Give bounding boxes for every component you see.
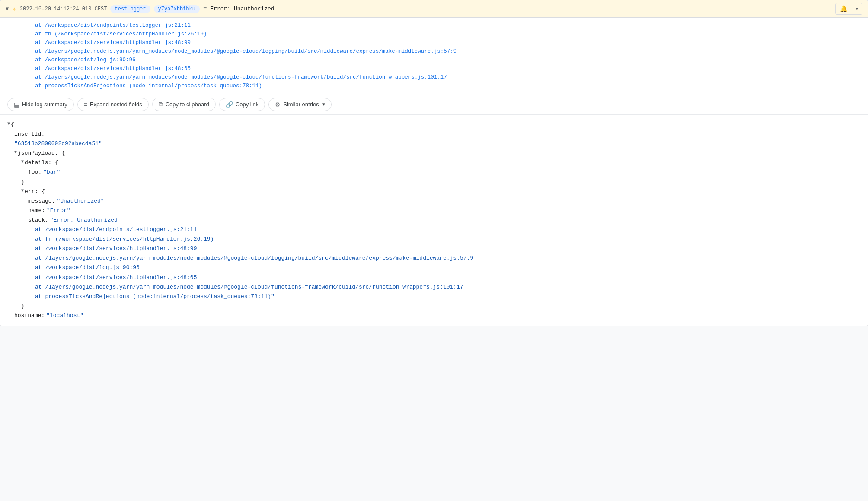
stack-at-line-4: at /layers/google.nodejs.yarn/yarn_modul… [35, 254, 861, 263]
err-close-brace: } [21, 301, 25, 311]
stack-line-5: at /workspace/dist/log.js:90:96 [35, 56, 861, 64]
stack-multiline-lines: at /workspace/dist/endpoints/testLogger.… [7, 225, 861, 301]
stack-line-6: at /workspace/dist/services/httpHandler.… [35, 64, 861, 73]
stack-trace-area: at /workspace/dist/endpoints/testLogger.… [0, 18, 868, 94]
details-toggle-icon[interactable]: ▼ [21, 158, 24, 165]
stack-at-line-1: at /workspace/dist/endpoints/testLogger.… [35, 225, 861, 235]
stack-line-8: at processTicksAndRejections (node:inter… [35, 82, 861, 90]
timestamp: 2022-10-20 14:12:24.010 CEST [20, 6, 107, 12]
hostname-value: "localhost" [46, 311, 83, 320]
similar-entries-icon: ⚙ [275, 101, 281, 108]
hostname-row: hostname: "localhost" [7, 311, 861, 320]
copy-clipboard-label: Copy to clipboard [166, 101, 209, 108]
similar-entries-button[interactable]: ⚙ Similar entries ▾ [268, 98, 331, 111]
bell-icon[interactable]: 🔔 [836, 3, 852, 14]
similar-entries-label: Similar entries [283, 101, 319, 108]
insert-id-value-row: "63513b2800002d92abecda51" [7, 139, 861, 149]
stack-value-first: "Error: Unauthorized [50, 216, 118, 225]
stack-at-line-8: at processTicksAndRejections (node:inter… [35, 292, 861, 301]
log-entry-header: ▼ ⚠ 2022-10-20 14:12:24.010 CEST testLog… [0, 0, 868, 18]
foo-value: "bar" [43, 168, 60, 177]
similar-entries-chevron-icon: ▾ [322, 101, 325, 107]
error-message: Error: Unauthorized [210, 6, 831, 12]
root-open: ▼ { [7, 120, 861, 130]
json-tree: ▼ { insertId: "63513b2800002d92abecda51"… [0, 115, 868, 326]
name-value: "Error" [47, 206, 70, 216]
stack-at-line-2: at fn (/workspace/dist/services/httpHand… [35, 235, 861, 244]
stack-at-line-6: at /workspace/dist/services/httpHandler.… [35, 273, 861, 282]
test-logger-tag[interactable]: testLogger [110, 5, 150, 13]
copy-link-label: Copy link [236, 101, 258, 108]
hide-log-summary-button[interactable]: ▤ Hide log summary [7, 98, 74, 111]
insert-id-row: insertId: [7, 130, 861, 139]
err-close-row: } [7, 301, 861, 311]
stack-at-line-5: at /workspace/dist/log.js:90:96 [35, 263, 861, 273]
stack-line-7: at /layers/google.nodejs.yarn/yarn_modul… [35, 73, 861, 82]
details-row: ▼ details: { [7, 158, 861, 168]
json-payload-row: ▼ jsonPayload: { [7, 149, 861, 158]
stack-line-3: at /workspace/dist/services/httpHandler.… [35, 38, 861, 47]
details-key: details: { [25, 158, 58, 168]
details-close-row: } [7, 178, 861, 187]
stack-line-4: at /layers/google.nodejs.yarn/yarn_modul… [35, 47, 861, 56]
request-id-tag[interactable]: y7ya7xbbibku [154, 5, 200, 13]
name-row: name: "Error" [7, 206, 861, 216]
stack-at-line-3: at /workspace/dist/services/httpHandler.… [35, 244, 861, 254]
bell-button-group: 🔔 ▾ [835, 3, 862, 15]
foo-key: foo: [28, 168, 41, 177]
message-row: message: "Unauthorized" [7, 197, 861, 206]
hide-log-icon: ▤ [14, 101, 19, 108]
name-key: name: [28, 206, 45, 216]
log-container: ▼ ⚠ 2022-10-20 14:12:24.010 CEST testLog… [0, 0, 868, 326]
expand-nested-label: Expand nested fields [90, 101, 142, 108]
foo-row: foo: "bar" [7, 168, 861, 177]
stack-at-line-7: at /layers/google.nodejs.yarn/yarn_modul… [35, 282, 861, 292]
err-row: ▼ err: { [7, 187, 861, 197]
stack-row: stack: "Error: Unauthorized [7, 216, 861, 225]
hide-log-summary-label: Hide log summary [22, 101, 67, 108]
err-key: err: { [25, 187, 45, 197]
toolbar: ▤ Hide log summary ≡ Expand nested field… [0, 94, 868, 115]
expand-nested-icon: ≡ [84, 101, 87, 108]
copy-link-icon: 🔗 [226, 101, 233, 108]
root-toggle-icon[interactable]: ▼ [7, 120, 10, 127]
message-key: message: [28, 197, 55, 206]
expand-nested-fields-button[interactable]: ≡ Expand nested fields [77, 98, 149, 111]
stack-line-1: at /workspace/dist/endpoints/testLogger.… [35, 21, 861, 30]
copy-to-clipboard-button[interactable]: ⧉ Copy to clipboard [152, 98, 216, 111]
filter-icon[interactable]: ≡ [203, 6, 207, 13]
insert-id-value: "63513b2800002d92abecda51" [14, 139, 102, 149]
bell-chevron-icon[interactable]: ▾ [852, 4, 862, 14]
copy-clipboard-icon: ⧉ [159, 101, 163, 108]
hostname-key: hostname: [14, 311, 45, 320]
message-value: "Unauthorized" [57, 197, 104, 206]
details-close-brace: } [21, 178, 25, 187]
stack-line-2: at fn (/workspace/dist/services/httpHand… [35, 30, 861, 38]
json-payload-key: jsonPayload: { [18, 149, 65, 158]
warning-icon: ⚠ [12, 5, 16, 13]
collapse-chevron-icon[interactable]: ▼ [6, 6, 9, 12]
stack-key: stack: [28, 216, 48, 225]
insert-id-key: insertId: [14, 130, 45, 139]
copy-link-button[interactable]: 🔗 Copy link [219, 98, 265, 111]
err-toggle-icon[interactable]: ▼ [21, 187, 24, 194]
json-payload-toggle-icon[interactable]: ▼ [14, 149, 17, 156]
